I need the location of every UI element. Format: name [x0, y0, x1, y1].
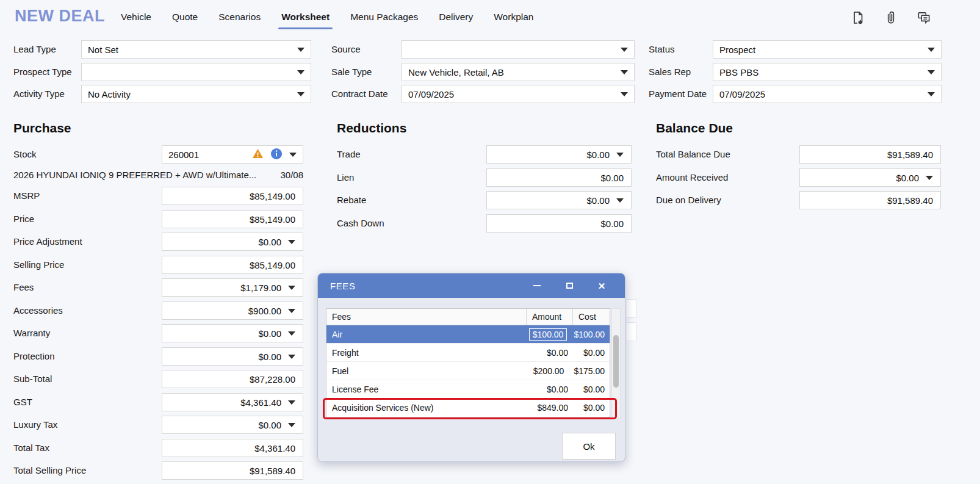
contract-date-label: Contract Date: [331, 85, 388, 103]
lead-type-select[interactable]: Not Set: [81, 40, 311, 59]
tab-delivery[interactable]: Delivery: [438, 1, 474, 33]
accessories-label: Accessories: [13, 302, 63, 320]
rebate-value: $0.00: [586, 195, 610, 206]
stock-input[interactable]: 260001: [162, 145, 303, 164]
chevron-down-icon[interactable]: [289, 153, 297, 157]
lead-type-label: Lead Type: [13, 40, 56, 59]
fee-cost[interactable]: $175.00: [569, 366, 610, 376]
fees-value: $1,179.00: [240, 283, 281, 293]
chevron-down-icon[interactable]: [288, 423, 295, 427]
due-on-delivery-label: Due on Delivery: [656, 191, 721, 209]
sale-type-select[interactable]: New Vehicle, Retail, AB: [402, 63, 635, 81]
table-row-fuel[interactable]: Fuel $200.00 $175.00: [326, 362, 610, 380]
gst-input[interactable]: $4,361.40: [162, 393, 303, 411]
selling-price-input[interactable]: $85,149.00: [162, 256, 303, 274]
amount-cell-editor[interactable]: $100.00: [529, 328, 567, 341]
maximize-icon[interactable]: [564, 281, 574, 291]
amount-received-input[interactable]: $0.00: [799, 168, 941, 187]
tab-worksheet[interactable]: Worksheet: [280, 1, 331, 33]
price-adjustment-input[interactable]: $0.00: [162, 233, 303, 251]
status-select[interactable]: Prospect: [713, 40, 942, 59]
minimize-icon[interactable]: [532, 281, 542, 291]
tab-scenarios[interactable]: Scenarios: [217, 1, 262, 33]
table-scrollbar[interactable]: [611, 308, 621, 419]
chevron-down-icon[interactable]: [288, 331, 295, 336]
subtotal-input[interactable]: $87,228.00: [162, 370, 303, 388]
total-selling-price-input[interactable]: $91,589.40: [162, 461, 303, 480]
prospect-type-select[interactable]: [81, 63, 311, 81]
total-balance-due-input[interactable]: $91,589.40: [799, 145, 941, 164]
chevron-down-icon: [928, 48, 935, 52]
chevron-down-icon: [297, 48, 304, 52]
fee-cost[interactable]: $100.00: [569, 330, 610, 339]
chevron-down-icon: [928, 70, 935, 74]
due-on-delivery-input[interactable]: $91,589.40: [799, 191, 941, 209]
warranty-value: $0.00: [258, 328, 281, 339]
selling-price-value: $85,149.00: [250, 260, 295, 270]
table-row-freight[interactable]: Freight $0.00 $0.00: [326, 344, 610, 362]
trade-input[interactable]: $0.00: [486, 145, 632, 164]
fees-input[interactable]: $1,179.00: [162, 278, 303, 297]
payment-date-select[interactable]: 07/09/2025: [713, 85, 942, 103]
chevron-down-icon[interactable]: [616, 153, 624, 157]
tab-menu-packages[interactable]: Menu Packages: [349, 1, 419, 33]
fee-amount[interactable]: $849.00: [527, 403, 573, 413]
rebate-input[interactable]: $0.00: [486, 191, 632, 209]
info-icon[interactable]: [271, 148, 282, 161]
fee-cost[interactable]: $0.00: [573, 385, 610, 394]
fees-dialog-titlebar[interactable]: FEES ✕: [318, 273, 625, 298]
contract-date-select[interactable]: 07/09/2025: [402, 85, 635, 103]
chevron-down-icon[interactable]: [288, 400, 295, 405]
status-label: Status: [649, 40, 675, 59]
table-row-air[interactable]: Air $100.00 $100.00: [326, 325, 610, 344]
table-row-acquisition-services[interactable]: Acquisition Services (New) $849.00 $0.00: [326, 399, 610, 417]
msrp-input[interactable]: $85,149.00: [162, 187, 303, 205]
gst-label: GST: [13, 393, 32, 411]
tab-quote[interactable]: Quote: [171, 1, 199, 33]
fee-amount[interactable]: $0.00: [527, 348, 573, 358]
purchase-heading: Purchase: [13, 121, 71, 135]
chevron-down-icon[interactable]: [288, 240, 295, 244]
attachment-icon[interactable]: [882, 9, 899, 26]
chevron-down-icon[interactable]: [926, 176, 933, 180]
chevron-down-icon[interactable]: [616, 198, 624, 203]
fee-cost[interactable]: $0.00: [573, 348, 610, 358]
warning-icon[interactable]: [252, 148, 264, 161]
total-tax-input[interactable]: $4,361.40: [162, 439, 303, 457]
sales-rep-select[interactable]: PBS PBS: [713, 63, 942, 81]
source-select[interactable]: [402, 40, 635, 59]
warranty-input[interactable]: $0.00: [162, 324, 303, 342]
lien-input[interactable]: $0.00: [486, 168, 632, 187]
selling-price-label: Selling Price: [13, 256, 64, 274]
rebate-label: Rebate: [337, 191, 366, 209]
cash-down-input[interactable]: $0.00: [486, 214, 632, 233]
chevron-down-icon[interactable]: [288, 286, 295, 290]
protection-input[interactable]: $0.00: [162, 347, 303, 366]
activity-type-select[interactable]: No Activity: [81, 85, 311, 103]
fee-amount[interactable]: $0.00: [527, 385, 573, 394]
tab-vehicle[interactable]: Vehicle: [120, 1, 153, 33]
fees-dialog: FEES ✕ Fees Amount Cost Air $100.00 $100…: [317, 273, 625, 462]
table-row-license-fee[interactable]: License Fee $0.00 $0.00: [326, 380, 610, 399]
cash-down-value: $0.00: [600, 219, 624, 229]
msrp-label: MSRP: [13, 187, 40, 205]
new-document-icon[interactable]: [849, 9, 866, 26]
accessories-value: $900.00: [248, 306, 281, 316]
payment-date-label: Payment Date: [649, 85, 707, 103]
scrollbar-thumb[interactable]: [613, 335, 619, 388]
tab-workplan[interactable]: Workplan: [492, 1, 535, 33]
chevron-down-icon[interactable]: [288, 309, 295, 313]
chevron-down-icon[interactable]: [288, 355, 295, 359]
reductions-heading: Reductions: [337, 121, 406, 135]
luxury-tax-input[interactable]: $0.00: [162, 416, 303, 434]
comments-icon[interactable]: [915, 9, 932, 26]
price-value: $85,149.00: [250, 214, 295, 225]
accessories-input[interactable]: $900.00: [162, 302, 303, 320]
ok-button[interactable]: Ok: [562, 433, 616, 460]
fee-amount[interactable]: $200.00: [523, 366, 569, 376]
price-input[interactable]: $85,149.00: [162, 210, 303, 228]
fee-cost[interactable]: $0.00: [573, 403, 610, 413]
fees-table: Fees Amount Cost Air $100.00 $100.00 Fre…: [326, 308, 610, 417]
close-icon[interactable]: ✕: [597, 281, 607, 291]
fees-table-header: Fees Amount Cost: [326, 309, 610, 325]
